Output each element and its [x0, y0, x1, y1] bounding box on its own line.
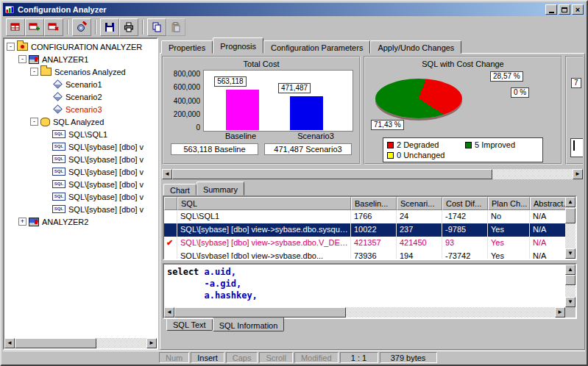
toolbar-separator	[95, 20, 96, 35]
chart-title: Total Cost	[163, 60, 359, 68]
collapse-icon[interactable]: -	[30, 68, 38, 76]
save-icon	[104, 21, 116, 33]
table-cell: 421357	[351, 237, 397, 250]
partial-chart: 7	[565, 56, 583, 165]
table-body: SQL\SQL1176624-1742NoN/ASQL\[sybase] [db…	[164, 210, 575, 260]
maximize-icon	[562, 7, 567, 12]
scroll-left-button[interactable]: ◄	[162, 169, 172, 179]
column-header-plan-ch-[interactable]: Plan Ch...	[488, 197, 530, 210]
sql-text-editor[interactable]: select a.uid, -a.gid, a.hashkey,	[164, 265, 565, 307]
charts-horizontal-scrollbar[interactable]: ◄ ►	[162, 169, 583, 179]
tree-item-sql-sybase-dbo-v[interactable]: SQLSQL\[sybase] [dbo] v	[4, 190, 157, 203]
legend-swatch	[573, 140, 575, 151]
collapse-icon[interactable]: -	[7, 43, 15, 51]
collapse-icon[interactable]: -	[30, 118, 38, 126]
table-row[interactable]: ✔SQL\[sybase] [dbo] view->sybase.dbo.V_D…	[164, 237, 575, 250]
column-header-scenari-[interactable]: Scenari...	[397, 197, 442, 210]
tree-item-sql-analyzed[interactable]: -SQL Analyzed	[4, 115, 157, 128]
scroll-up-button[interactable]: ▲	[565, 197, 575, 207]
database-2-button[interactable]	[25, 18, 44, 36]
analyze-button[interactable]	[72, 18, 91, 36]
scroll-up-button[interactable]: ▲	[565, 265, 575, 275]
tree-item-configuration-analyzer[interactable]: -CONFIGURATION ANALYZER	[4, 40, 157, 53]
tree-item-analyzer2[interactable]: +ANALYZER2	[4, 215, 157, 228]
tab-apply-undo-changes[interactable]: Apply/Undo Changes	[370, 40, 461, 54]
y-tick: 800,000	[174, 70, 200, 78]
sql-item-icon: SQL	[52, 193, 65, 201]
tab-configuration-parameters[interactable]: Configuration Parameters	[263, 40, 370, 54]
scroll-track[interactable]	[565, 207, 575, 248]
maximize-button[interactable]	[559, 4, 570, 15]
tree-item-sql-sybase-dbo-v[interactable]: SQLSQL\[sybase] [dbo] v	[4, 165, 157, 178]
scroll-thumb[interactable]	[172, 169, 492, 179]
tree-item-sql-sybase-dbo-v[interactable]: SQLSQL\[sybase] [dbo] v	[4, 178, 157, 190]
scroll-right-button[interactable]: ►	[146, 338, 157, 348]
save-button[interactable]	[100, 18, 119, 36]
paste-icon	[170, 21, 182, 33]
scroll-down-button[interactable]: ▼	[565, 248, 575, 259]
database-1-button[interactable]	[6, 18, 25, 36]
tree-item-sql-sybase-dbo-v[interactable]: SQLSQL\[sybase] [dbo] v	[4, 153, 157, 165]
legend-label: 0 Unchanged	[397, 151, 444, 159]
database-3-button[interactable]	[44, 18, 63, 36]
column-header-cost-dif-[interactable]: Cost Dif...	[442, 197, 488, 210]
close-button[interactable]: ×	[572, 4, 584, 15]
sql-item-icon: SQL	[52, 205, 65, 213]
summary-table: SQLBaselin...Scenari...Cost Dif...Plan C…	[163, 195, 577, 260]
scrollbar-corner	[565, 307, 575, 317]
tree-item-scenario3[interactable]: Scenario3	[4, 103, 157, 115]
scroll-thumb[interactable]	[565, 275, 575, 285]
column-header-flag[interactable]	[164, 197, 177, 210]
tab-properties[interactable]: Properties	[161, 40, 213, 54]
tree-item-scenarios-analyzed[interactable]: -Scenarios Analyzed	[4, 65, 157, 78]
scroll-track[interactable]	[15, 338, 146, 348]
table-cell: 93	[442, 237, 488, 250]
scroll-right-button[interactable]: ►	[555, 307, 565, 317]
table-cell: Yes	[488, 237, 530, 250]
tree-list: -CONFIGURATION ANALYZER-ANALYZER1-Scenar…	[4, 39, 157, 338]
scroll-track[interactable]	[565, 275, 575, 297]
table-row[interactable]: SQL\[sybase] [dbo] view->sybase.dbo...73…	[164, 250, 575, 260]
collapse-icon[interactable]: -	[18, 55, 26, 63]
table-cell: SQL\SQL1	[177, 210, 351, 223]
column-header-baselin-[interactable]: Baselin...	[351, 197, 397, 210]
tab-sql-text[interactable]: SQL Text	[166, 319, 213, 331]
tab-summary[interactable]: Summary	[196, 182, 244, 195]
titlebar[interactable]: Configuration Analyzer ×	[3, 3, 585, 16]
table-vertical-scrollbar[interactable]: ▲ ▼	[565, 197, 575, 259]
tree-horizontal-scrollbar[interactable]: ◄ ►	[4, 338, 157, 348]
tree-item-label: SQL\[sybase] [dbo] v	[68, 205, 144, 214]
scroll-track[interactable]	[172, 169, 573, 179]
tab-prognosis[interactable]: Prognosis	[213, 37, 263, 54]
scroll-left-button[interactable]: ◄	[164, 307, 174, 317]
print-button[interactable]	[119, 18, 138, 36]
tree-item-sql-sybase-dbo-v[interactable]: SQLSQL\[sybase] [dbo] v	[4, 203, 157, 215]
tab-sql-information[interactable]: SQL Information	[213, 317, 285, 331]
scroll-thumb[interactable]	[565, 208, 575, 223]
sql-vertical-scrollbar[interactable]: ▲ ▼	[565, 265, 575, 307]
scroll-thumb[interactable]	[174, 307, 346, 317]
table-row[interactable]: SQL\SQL1176624-1742NoN/A	[164, 210, 575, 223]
tab-chart[interactable]: Chart	[163, 184, 196, 195]
scroll-track[interactable]	[174, 307, 555, 317]
y-tick: 600,000	[174, 83, 200, 91]
tree-item-scenario1[interactable]: Scenario1	[4, 78, 157, 90]
paste-button[interactable]	[166, 18, 185, 36]
footer-baseline: 563,118 Baseline	[171, 143, 258, 155]
tree-item-scenario2[interactable]: Scenario2	[4, 90, 157, 103]
table-cell: 1766	[351, 210, 397, 223]
table-row[interactable]: SQL\[sybase] [dbo] view->sybase.dbo.sysq…	[164, 223, 575, 237]
minimize-button[interactable]	[545, 4, 557, 15]
scroll-right-button[interactable]: ►	[573, 169, 583, 179]
tree-item-sql-sql1[interactable]: SQLSQL\SQL1	[4, 128, 157, 140]
tree-item-analyzer1[interactable]: -ANALYZER1	[4, 53, 157, 65]
sql-line: a.hashkey,	[167, 290, 562, 301]
scroll-down-button[interactable]: ▼	[565, 297, 575, 307]
sql-horizontal-scrollbar[interactable]: ◄ ►	[164, 307, 565, 317]
copy-button[interactable]	[147, 18, 166, 36]
column-header-sql[interactable]: SQL	[177, 197, 351, 210]
tree-item-sql-sybase-dbo-v[interactable]: SQLSQL\[sybase] [dbo] v	[4, 140, 157, 153]
scroll-thumb[interactable]	[15, 338, 96, 348]
expand-icon[interactable]: +	[18, 218, 26, 226]
scroll-left-button[interactable]: ◄	[4, 338, 15, 348]
